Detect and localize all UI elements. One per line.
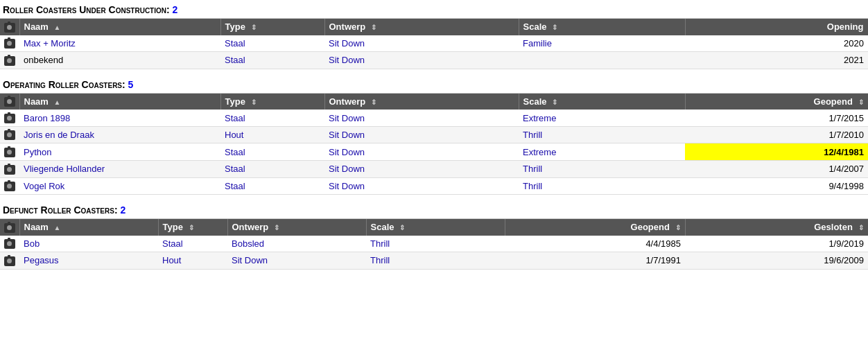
ontwerp-link[interactable]: Sit Down — [329, 147, 365, 157]
sort-scale-def-icon: ⇕ — [399, 224, 405, 231]
type-cell: Staal — [220, 35, 324, 52]
ontwerp-cell: Sit Down — [324, 160, 519, 177]
scale-link[interactable]: Extreme — [523, 113, 556, 123]
type-link[interactable]: Hout — [162, 255, 181, 265]
scale-link[interactable]: Thrill — [523, 164, 542, 174]
naam-cell: Bob — [19, 236, 158, 252]
operating-count[interactable]: 5 — [128, 79, 134, 90]
ontwerp-link[interactable]: Bobsled — [232, 238, 264, 249]
type-link[interactable]: Staal — [225, 164, 245, 174]
sort-naam-uc-icon: ▲ — [54, 24, 61, 31]
type-cell: Staal — [158, 236, 227, 252]
th-naam-uc[interactable]: Naam ▲ — [19, 19, 220, 35]
th-geopend-def[interactable]: Geopend ⇕ — [505, 219, 685, 236]
ontwerp-link[interactable]: Sit Down — [329, 55, 365, 65]
type-link[interactable]: Staal — [225, 147, 245, 157]
naam-link[interactable]: Python — [24, 147, 51, 157]
ontwerp-link[interactable]: Sit Down — [329, 38, 365, 49]
naam-link[interactable]: Vogel Rok — [24, 181, 64, 191]
th-scale-uc[interactable]: Scale ⇕ — [519, 19, 685, 35]
camera-icon — [4, 256, 15, 266]
sort-scale-uc-icon: ⇕ — [552, 24, 557, 31]
ontwerp-cell: Sit Down — [324, 35, 519, 52]
scale-cell: Thrill — [519, 126, 685, 143]
defunct-title: Defunct Roller Coasters: 2 — [0, 200, 868, 219]
th-geopend-op[interactable]: Geopend ⇕ — [685, 94, 868, 110]
naam-link[interactable]: Pegasus — [24, 255, 59, 265]
sort-ontwerp-def-icon: ⇕ — [274, 224, 279, 231]
geopend-cell: 1/7/2015 — [685, 110, 868, 126]
th-ontwerp-op[interactable]: Ontwerp ⇕ — [324, 94, 519, 110]
gesloten-cell: 19/6/2009 — [685, 252, 868, 270]
scale-link[interactable]: Thrill — [370, 255, 390, 265]
sort-ontwerp-op-icon: ⇕ — [371, 98, 376, 106]
scale-cell: Thrill — [519, 177, 685, 195]
type-cell: Hout — [220, 126, 324, 143]
type-link[interactable]: Staal — [225, 181, 245, 191]
naam-cell: Baron 1898 — [19, 110, 220, 126]
th-scale-op[interactable]: Scale ⇕ — [519, 94, 685, 110]
naam-link[interactable]: Baron 1898 — [24, 113, 70, 123]
ontwerp-cell: Sit Down — [227, 252, 366, 270]
scale-link[interactable]: Thrill — [523, 181, 542, 191]
ontwerp-link[interactable]: Sit Down — [329, 181, 365, 191]
th-scale-def[interactable]: Scale ⇕ — [366, 219, 505, 236]
th-opening-uc[interactable]: Opening — [685, 19, 868, 35]
ontwerp-link[interactable]: Sit Down — [329, 113, 365, 123]
sort-type-def-icon: ⇕ — [189, 224, 194, 231]
camera-cell — [0, 143, 19, 161]
type-cell: Staal — [220, 177, 324, 195]
th-gesloten-def[interactable]: Gesloten ⇕ — [685, 219, 868, 236]
type-link[interactable]: Staal — [225, 55, 245, 65]
type-link[interactable]: Hout — [225, 130, 243, 140]
th-type-op[interactable]: Type ⇕ — [220, 94, 324, 110]
under-construction-count[interactable]: 2 — [173, 4, 178, 15]
defunct-count[interactable]: 2 — [120, 204, 125, 216]
ontwerp-link[interactable]: Sit Down — [232, 255, 268, 265]
scale-link[interactable]: Familie — [523, 38, 552, 49]
camera-cell — [0, 177, 19, 195]
ontwerp-link[interactable]: Sit Down — [329, 130, 365, 140]
type-link[interactable]: Staal — [162, 238, 183, 249]
naam-cell: Vliegende Hollander — [19, 160, 220, 177]
scale-link[interactable]: Thrill — [523, 130, 542, 140]
geopend-cell: 4/4/1985 — [505, 236, 685, 252]
ontwerp-cell: Sit Down — [324, 126, 519, 143]
ontwerp-cell: Sit Down — [324, 177, 519, 195]
camera-icon — [4, 56, 15, 66]
th-naam-def[interactable]: Naam ▲ — [19, 219, 158, 236]
under-construction-section: Roller Coasters Under Construction: 2 Na… — [0, 0, 868, 69]
naam-link[interactable]: Joris en de Draak — [24, 130, 94, 140]
table-row: Baron 1898 Staal Sit Down Extreme 1/7/20… — [0, 110, 868, 126]
scale-link[interactable]: Extreme — [523, 147, 556, 157]
table-row: Vogel Rok Staal Sit Down Thrill 9/4/1998 — [0, 177, 868, 195]
th-ontwerp-uc[interactable]: Ontwerp ⇕ — [324, 19, 519, 35]
geopend-cell: 9/4/1998 — [685, 177, 868, 195]
naam-link[interactable]: Bob — [24, 238, 40, 249]
naam-link[interactable]: Max + Moritz — [24, 38, 76, 49]
th-type-def[interactable]: Type ⇕ — [158, 219, 227, 236]
scale-cell: Thrill — [366, 252, 505, 270]
th-ontwerp-def[interactable]: Ontwerp ⇕ — [227, 219, 366, 236]
operating-section: Operating Roller Coasters: 5 Naam ▲ Type… — [0, 75, 868, 195]
camera-cell — [0, 236, 19, 252]
th-cam-op — [0, 94, 19, 110]
camera-cell — [0, 110, 19, 126]
camera-icon — [4, 165, 15, 175]
naam-cell: Pegasus — [19, 252, 158, 270]
camera-icon — [4, 182, 15, 191]
scale-link[interactable]: Thrill — [370, 238, 390, 249]
type-link[interactable]: Staal — [225, 113, 245, 123]
naam-link[interactable]: Vliegende Hollander — [24, 164, 105, 174]
geopend-cell: 1/7/2010 — [685, 126, 868, 143]
camera-cell — [0, 160, 19, 177]
type-cell: Staal — [220, 110, 324, 126]
ontwerp-link[interactable]: Sit Down — [329, 164, 365, 174]
opening-cell: 2020 — [685, 35, 868, 52]
type-link[interactable]: Staal — [225, 38, 245, 49]
th-naam-op[interactable]: Naam ▲ — [19, 94, 220, 110]
table-row: Bob Staal Bobsled Thrill 4/4/1985 1/9/20… — [0, 236, 868, 252]
table-row: Pegasus Hout Sit Down Thrill 1/7/1991 19… — [0, 252, 868, 270]
ontwerp-cell: Sit Down — [324, 52, 519, 69]
th-type-uc[interactable]: Type ⇕ — [220, 19, 324, 35]
